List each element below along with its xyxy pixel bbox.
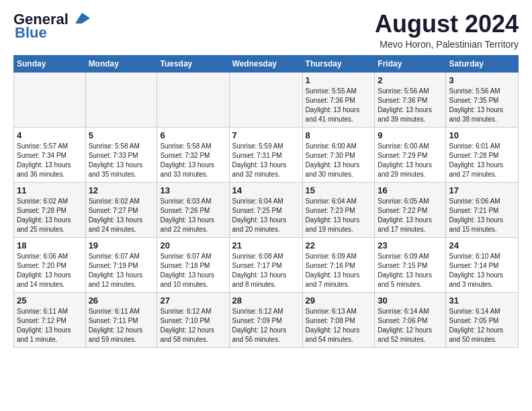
calendar-cell [229,72,302,127]
calendar-cell: 3Sunrise: 5:56 AMSunset: 7:35 PMDaylight… [446,72,519,127]
calendar-cell: 24Sunrise: 6:10 AMSunset: 7:14 PMDayligh… [446,237,519,292]
col-header-friday: Friday [375,55,446,72]
day-detail: Sunrise: 5:58 AMSunset: 7:32 PMDaylight:… [160,142,226,179]
calendar-cell: 23Sunrise: 6:09 AMSunset: 7:15 PMDayligh… [375,237,446,292]
day-detail: Sunrise: 6:06 AMSunset: 7:20 PMDaylight:… [17,252,83,289]
day-detail: Sunrise: 6:11 AMSunset: 7:11 PMDaylight:… [89,307,154,345]
calendar-week-row: 4Sunrise: 5:57 AMSunset: 7:34 PMDaylight… [14,127,519,182]
calendar-cell: 5Sunrise: 5:58 AMSunset: 7:33 PMDaylight… [85,127,157,182]
day-number: 22 [306,240,372,250]
calendar-cell: 16Sunrise: 6:05 AMSunset: 7:22 PMDayligh… [375,182,446,237]
day-detail: Sunrise: 6:02 AMSunset: 7:27 PMDaylight:… [89,197,154,234]
calendar-cell: 8Sunrise: 6:00 AMSunset: 7:30 PMDaylight… [302,127,375,182]
svg-marker-0 [75,13,90,24]
col-header-wednesday: Wednesday [229,55,302,72]
day-detail: Sunrise: 6:00 AMSunset: 7:30 PMDaylight:… [306,142,372,179]
day-detail: Sunrise: 6:02 AMSunset: 7:28 PMDaylight:… [17,197,83,234]
calendar-week-row: 1Sunrise: 5:55 AMSunset: 7:36 PMDaylight… [14,72,519,127]
day-number: 16 [378,185,443,195]
calendar-header-row: SundayMondayTuesdayWednesdayThursdayFrid… [14,55,519,72]
calendar-cell: 31Sunrise: 6:14 AMSunset: 7:05 PMDayligh… [446,292,519,347]
day-number: 4 [17,130,83,140]
day-detail: Sunrise: 6:10 AMSunset: 7:14 PMDaylight:… [449,252,515,289]
calendar-cell: 20Sunrise: 6:07 AMSunset: 7:18 PMDayligh… [157,237,229,292]
day-detail: Sunrise: 5:59 AMSunset: 7:31 PMDaylight:… [232,142,300,179]
day-detail: Sunrise: 5:56 AMSunset: 7:36 PMDaylight:… [378,87,443,124]
calendar-cell: 30Sunrise: 6:14 AMSunset: 7:06 PMDayligh… [375,292,446,347]
day-detail: Sunrise: 6:11 AMSunset: 7:12 PMDaylight:… [17,307,83,345]
calendar-cell: 12Sunrise: 6:02 AMSunset: 7:27 PMDayligh… [85,182,157,237]
calendar-cell: 9Sunrise: 6:00 AMSunset: 7:29 PMDaylight… [375,127,446,182]
day-number: 14 [232,185,300,195]
calendar-cell: 13Sunrise: 6:03 AMSunset: 7:26 PMDayligh… [157,182,229,237]
calendar-cell: 18Sunrise: 6:06 AMSunset: 7:20 PMDayligh… [14,237,86,292]
calendar-cell: 19Sunrise: 6:07 AMSunset: 7:19 PMDayligh… [85,237,157,292]
calendar-week-row: 18Sunrise: 6:06 AMSunset: 7:20 PMDayligh… [14,237,519,292]
day-number: 8 [306,130,372,140]
col-header-saturday: Saturday [446,55,519,72]
calendar-week-row: 11Sunrise: 6:02 AMSunset: 7:28 PMDayligh… [14,182,519,237]
day-detail: Sunrise: 6:14 AMSunset: 7:05 PMDaylight:… [449,307,515,345]
calendar-week-row: 25Sunrise: 6:11 AMSunset: 7:12 PMDayligh… [14,292,519,347]
day-number: 30 [378,295,443,306]
day-detail: Sunrise: 6:09 AMSunset: 7:16 PMDaylight:… [306,252,372,289]
col-header-thursday: Thursday [302,55,375,72]
calendar-table: SundayMondayTuesdayWednesdayThursdayFrid… [13,55,519,348]
calendar-cell: 11Sunrise: 6:02 AMSunset: 7:28 PMDayligh… [14,182,86,237]
day-number: 19 [89,240,154,250]
day-number: 9 [378,130,443,140]
calendar-cell: 2Sunrise: 5:56 AMSunset: 7:36 PMDaylight… [375,72,446,127]
day-detail: Sunrise: 5:58 AMSunset: 7:33 PMDaylight:… [89,142,154,179]
calendar-cell: 15Sunrise: 6:04 AMSunset: 7:23 PMDayligh… [302,182,375,237]
calendar-cell: 27Sunrise: 6:12 AMSunset: 7:10 PMDayligh… [157,292,229,347]
day-number: 13 [160,185,226,195]
day-detail: Sunrise: 6:08 AMSunset: 7:17 PMDaylight:… [232,252,300,289]
day-number: 7 [232,130,300,140]
calendar-cell: 4Sunrise: 5:57 AMSunset: 7:34 PMDaylight… [14,127,86,182]
day-detail: Sunrise: 6:14 AMSunset: 7:06 PMDaylight:… [378,307,443,345]
calendar-cell: 28Sunrise: 6:12 AMSunset: 7:09 PMDayligh… [229,292,302,347]
day-detail: Sunrise: 5:56 AMSunset: 7:35 PMDaylight:… [449,87,515,124]
day-detail: Sunrise: 6:07 AMSunset: 7:18 PMDaylight:… [160,252,226,289]
calendar-cell: 7Sunrise: 5:59 AMSunset: 7:31 PMDaylight… [229,127,302,182]
calendar-cell: 10Sunrise: 6:01 AMSunset: 7:28 PMDayligh… [446,127,519,182]
header: General Blue August 2024 Mevo Horon, Pal… [13,11,519,50]
day-number: 2 [378,75,443,85]
calendar-cell: 25Sunrise: 6:11 AMSunset: 7:12 PMDayligh… [14,292,86,347]
calendar-cell [85,72,157,127]
calendar-cell: 29Sunrise: 6:13 AMSunset: 7:08 PMDayligh… [302,292,375,347]
day-detail: Sunrise: 5:57 AMSunset: 7:34 PMDaylight:… [17,142,83,179]
day-detail: Sunrise: 5:55 AMSunset: 7:36 PMDaylight:… [306,87,372,124]
day-number: 20 [160,240,226,250]
day-number: 23 [378,240,443,250]
logo-blue: Blue [15,24,47,42]
day-detail: Sunrise: 6:05 AMSunset: 7:22 PMDaylight:… [378,197,443,234]
day-number: 26 [89,295,154,306]
day-number: 3 [449,75,515,85]
day-number: 10 [449,130,515,140]
day-detail: Sunrise: 6:12 AMSunset: 7:10 PMDaylight:… [160,307,226,345]
calendar-cell: 26Sunrise: 6:11 AMSunset: 7:11 PMDayligh… [85,292,157,347]
calendar-cell [157,72,229,127]
day-number: 24 [449,240,515,250]
day-detail: Sunrise: 6:04 AMSunset: 7:25 PMDaylight:… [232,197,300,234]
day-number: 21 [232,240,300,250]
day-detail: Sunrise: 6:00 AMSunset: 7:29 PMDaylight:… [378,142,443,179]
day-number: 25 [17,295,83,306]
day-number: 15 [306,185,372,195]
calendar-cell: 22Sunrise: 6:09 AMSunset: 7:16 PMDayligh… [302,237,375,292]
day-detail: Sunrise: 6:07 AMSunset: 7:19 PMDaylight:… [89,252,154,289]
day-detail: Sunrise: 6:13 AMSunset: 7:08 PMDaylight:… [306,307,372,345]
day-number: 31 [449,295,515,306]
calendar-cell: 21Sunrise: 6:08 AMSunset: 7:17 PMDayligh… [229,237,302,292]
calendar-cell: 1Sunrise: 5:55 AMSunset: 7:36 PMDaylight… [302,72,375,127]
day-number: 27 [160,295,226,306]
day-number: 28 [232,295,300,306]
day-number: 11 [17,185,83,195]
day-number: 1 [306,75,372,85]
month-title: August 2024 [375,11,519,38]
calendar-cell: 6Sunrise: 5:58 AMSunset: 7:32 PMDaylight… [157,127,229,182]
title-area: August 2024 Mevo Horon, Palestinian Terr… [375,11,519,50]
logo: General Blue [13,11,91,42]
day-number: 12 [89,185,154,195]
